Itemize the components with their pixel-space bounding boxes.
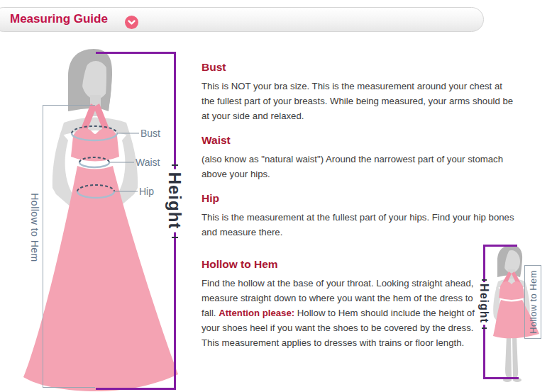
dress-skirt: [23, 166, 178, 391]
section-body-waist: (also know as "natural waist") Around th…: [202, 152, 515, 181]
measurement-diagram-large: Height Hollow to Hem Bust Waist Hip: [21, 43, 192, 392]
height-label: Height: [478, 282, 490, 325]
height-tick: [482, 327, 487, 329]
height-tick: [482, 279, 487, 281]
section-heading-hip: Hip: [202, 192, 515, 205]
section-bust: Bust This is NOT your bra size. This is …: [202, 61, 515, 123]
section-body-hollow-to-hem: Find the hollow at the base of your thro…: [202, 276, 480, 350]
section-waist: Waist (also know as "natural waist") Aro…: [202, 134, 515, 181]
height-tick: [172, 164, 178, 166]
measuring-guide-page: Measuring Guide: [0, 0, 552, 392]
section-heading-waist: Waist: [202, 134, 515, 147]
height-bracket-top: [483, 245, 517, 247]
page-title: Measuring Guide: [10, 12, 108, 26]
section-hollow-to-hem: Hollow to Hem Find the hollow at the bas…: [202, 258, 480, 350]
hollow-to-hem-label: Hollow to Hem: [528, 270, 539, 334]
hollow-bracket-top: [43, 105, 95, 106]
chevron-down-icon[interactable]: [125, 16, 138, 29]
hollow-bracket-bottom: [43, 387, 95, 388]
section-heading-bust: Bust: [202, 61, 515, 74]
waist-label: Waist: [136, 157, 160, 168]
section-hip: Hip This is the measurement at the fulle…: [202, 192, 515, 240]
hollow-to-hem-box: Hollow to Hem: [524, 265, 541, 339]
height-label: Height: [164, 169, 185, 233]
bust-label: Bust: [140, 128, 160, 139]
dress-bodice: [71, 128, 119, 162]
section-heading-hollow-to-hem: Hollow to Hem: [202, 258, 480, 271]
height-bracket-top: [96, 52, 176, 54]
measurement-diagram-small: Height Hollow to Hem: [465, 237, 552, 392]
attention-label: Attention please:: [219, 308, 294, 318]
section-body-hip: This is the measurement at the fullest p…: [202, 210, 515, 240]
hollow-to-hem-label: Hollow to Hem: [29, 191, 40, 264]
height-tick: [172, 237, 178, 238]
section-body-bust: This is NOT your bra size. This is the m…: [202, 79, 515, 123]
hollow-bracket-line: [43, 105, 43, 388]
height-bracket-bottom: [483, 377, 519, 379]
hip-label: Hip: [139, 186, 154, 197]
height-bracket-bottom: [96, 388, 176, 390]
